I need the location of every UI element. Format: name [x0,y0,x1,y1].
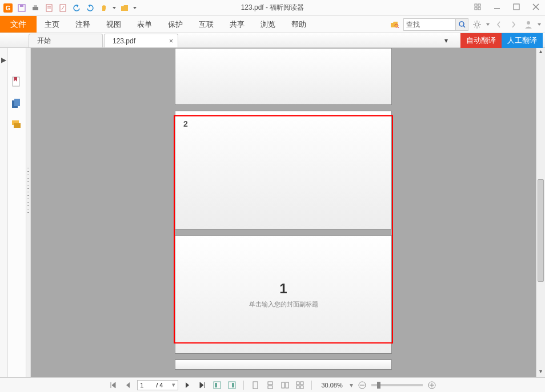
menu-file[interactable]: 文件 [0,16,37,33]
page-number-box: / 4 ▾ [137,380,178,390]
layout-single-icon[interactable] [250,379,261,391]
svg-rect-15 [514,4,519,10]
menubar: 文件 主页 注释 视图 表单 保护 互联 共享 浏览 帮助 [0,16,545,33]
app-logo-icon: G [2,2,14,14]
user-dropdown-icon[interactable] [537,18,542,31]
gear-icon[interactable] [471,18,483,31]
page-dropdown-icon[interactable]: ▾ [172,381,175,389]
menu-help[interactable]: 帮助 [283,16,314,33]
svg-rect-4 [33,7,38,10]
layout-continuous-facing-icon[interactable] [294,379,306,391]
menu-connect[interactable]: 互联 [191,16,222,33]
menu-protect[interactable]: 保护 [160,16,191,33]
svg-line-29 [479,22,480,23]
menu-view[interactable]: 视图 [98,16,129,33]
prev-page-button[interactable] [122,379,134,391]
doc1-icon[interactable] [43,2,55,14]
view-mode2-icon[interactable] [226,379,238,391]
layout-facing-icon[interactable] [279,379,291,391]
menu-form[interactable]: 表单 [129,16,160,33]
page-number-input[interactable] [140,382,156,389]
human-translate-button[interactable]: 人工翻译 [502,33,543,48]
nav-next-icon[interactable] [507,18,520,31]
panel-expand-handle[interactable]: ▶ [0,48,8,377]
viewport[interactable]: 2 1 单击输入您的封面副标题 [31,48,536,377]
svg-rect-10 [475,4,477,6]
menu-annotate[interactable]: 注释 [67,16,98,33]
next-page-button[interactable] [182,379,193,391]
pages-panel-icon[interactable] [11,98,23,110]
layout-continuous-icon[interactable] [265,379,276,391]
tabs-dropdown-icon[interactable]: ▾ [444,37,448,45]
svg-rect-47 [300,382,303,385]
comments-panel-icon[interactable] [11,120,23,131]
svg-rect-45 [286,382,288,388]
doc2-icon[interactable] [57,2,69,14]
sidebar [8,48,26,377]
ribbon-toggle-icon[interactable] [471,1,484,13]
undo-icon[interactable] [71,2,82,14]
page-thumbnail[interactable]: 2 [175,111,392,229]
svg-rect-40 [232,383,234,387]
menu-browse[interactable]: 浏览 [253,16,283,33]
last-page-button[interactable] [197,379,208,391]
tab-start[interactable]: 开始 [29,34,103,47]
hand-icon[interactable] [98,2,110,14]
open-folder-icon[interactable] [119,2,130,14]
gear-dropdown-icon[interactable] [486,18,490,31]
maximize-button[interactable] [510,1,523,13]
first-page-button[interactable] [107,379,119,391]
vertical-scrollbar[interactable]: ▴ ▾ [536,48,545,377]
svg-rect-42 [268,382,272,385]
cover-subtitle: 单击输入您的封面副标题 [249,300,318,309]
pages-container: 2 1 单击输入您的封面副标题 [175,48,392,375]
scroll-up-icon[interactable]: ▴ [536,48,545,57]
nav-prev-icon[interactable] [492,18,505,31]
open-dropdown-icon[interactable] [133,2,137,14]
redo-icon[interactable] [85,2,96,14]
svg-rect-43 [268,386,272,389]
qat-dropdown-icon[interactable] [112,2,117,14]
separator [311,381,312,390]
tab-close-icon[interactable]: × [169,37,173,45]
titlebar: G 123.pdf - 福昕阅读器 [0,0,545,16]
menu-home[interactable]: 主页 [37,16,67,33]
svg-rect-44 [282,382,284,388]
page-thumbnail[interactable]: 1 单击输入您的封面副标题 [175,235,392,354]
search-input[interactable] [404,21,455,29]
zoom-out-button[interactable] [356,379,368,391]
page-thumbnail[interactable] [175,359,392,370]
zoom-in-button[interactable] [426,379,438,391]
menu-share[interactable]: 共享 [222,16,253,33]
close-button[interactable] [529,1,543,13]
svg-rect-3 [20,5,23,7]
print-icon[interactable] [30,2,41,14]
tab-document-label: 123.pdf [113,37,135,45]
svg-rect-41 [253,382,258,389]
search-button[interactable] [455,19,468,30]
zoom-dropdown-icon[interactable]: ▾ [350,381,353,389]
svg-rect-11 [478,4,480,6]
svg-point-31 [527,21,530,25]
scroll-down-icon[interactable]: ▾ [536,368,545,377]
main-area: ▶ 2 1 单击输入您的封面副标题 ▴ ▾ [0,48,545,377]
save-icon[interactable] [16,2,27,14]
svg-point-22 [475,23,479,26]
svg-rect-38 [215,383,217,387]
svg-rect-34 [14,99,20,106]
scroll-thumb[interactable] [538,179,544,282]
zoom-slider-thumb[interactable] [377,382,380,389]
svg-line-27 [474,22,475,23]
user-icon[interactable] [522,18,535,31]
svg-line-19 [398,27,399,28]
bookmark-panel-icon[interactable] [11,76,23,88]
svg-rect-36 [14,123,21,128]
auto-translate-button[interactable]: 自动翻译 [460,33,502,48]
view-mode1-icon[interactable] [211,379,223,391]
page-thumbnail[interactable] [175,48,392,105]
page-total-label: / 4 [156,382,163,389]
find-folder-icon[interactable] [388,18,401,31]
zoom-slider[interactable] [371,384,423,386]
minimize-button[interactable] [490,1,504,13]
tab-document[interactable]: 123.pdf × [104,34,178,47]
